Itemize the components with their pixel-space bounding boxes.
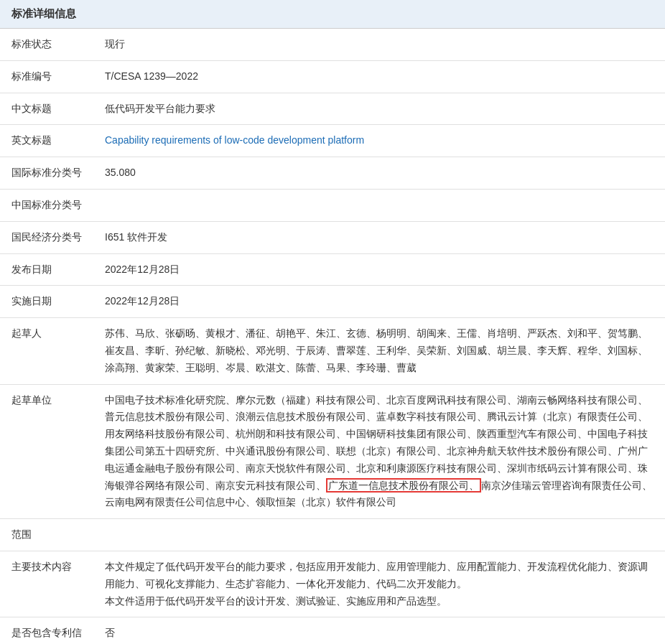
draft-orgs-highlight: 广东道一信息技术股份有限公司、 xyxy=(326,478,481,493)
row-patent: 是否包含专利信息 否 xyxy=(0,617,665,644)
row-ics: 国际标准分类号 35.080 xyxy=(0,157,665,190)
row-cn-title: 中文标题 低代码开发平台能力要求 xyxy=(0,93,665,125)
label-cn-title: 中文标题 xyxy=(0,93,93,125)
value-draft-orgs: 中国电子技术标准化研究院、摩尔元数（福建）科技有限公司、北京百度网讯科技有限公司… xyxy=(93,384,665,519)
tech-content-line1: 本文件规定了低代码开发平台的能力要求，包括应用开发能力、应用管理能力、应用配置能… xyxy=(105,559,654,593)
value-en-title: Capability requirements of low-code deve… xyxy=(93,125,665,157)
row-number: 标准编号 T/CESA 1239—2022 xyxy=(0,60,665,93)
value-cn-title: 低代码开发平台能力要求 xyxy=(93,93,665,125)
value-scope xyxy=(93,519,665,551)
row-publish-date: 发布日期 2022年12月28日 xyxy=(0,253,665,286)
row-drafters: 起草人 苏伟、马欣、张砺旸、黄根才、潘征、胡艳平、朱江、玄德、杨明明、胡闽来、王… xyxy=(0,318,665,384)
value-cn-class xyxy=(93,189,665,221)
label-publish-date: 发布日期 xyxy=(0,253,93,286)
label-cn-class: 中国标准分类号 xyxy=(0,189,93,221)
label-tech-content: 主要技术内容 xyxy=(0,551,93,617)
value-number: T/CESA 1239—2022 xyxy=(93,60,665,93)
label-impl-date: 实施日期 xyxy=(0,286,93,318)
value-patent: 否 xyxy=(93,617,665,644)
tech-content-line2: 本文件适用于低代码开发平台的设计开发、测试验证、实施应用和产品选型。 xyxy=(105,593,654,610)
en-title-link[interactable]: Capability requirements of low-code deve… xyxy=(105,134,364,146)
value-drafters: 苏伟、马欣、张砺旸、黄根才、潘征、胡艳平、朱江、玄德、杨明明、胡闽来、王儒、肖培… xyxy=(93,318,665,384)
label-patent: 是否包含专利信息 xyxy=(0,617,93,644)
value-ics: 35.080 xyxy=(93,157,665,190)
label-economy-class: 国民经济分类号 xyxy=(0,221,93,253)
label-drafters: 起草人 xyxy=(0,318,93,384)
label-status: 标准状态 xyxy=(0,29,93,60)
row-cn-class: 中国标准分类号 xyxy=(0,189,665,221)
row-tech-content: 主要技术内容 本文件规定了低代码开发平台的能力要求，包括应用开发能力、应用管理能… xyxy=(0,551,665,617)
page-container: 标准详细信息 标准状态 现行 标准编号 T/CESA 1239—2022 中文标… xyxy=(0,0,665,644)
value-tech-content: 本文件规定了低代码开发平台的能力要求，包括应用开发能力、应用管理能力、应用配置能… xyxy=(93,551,665,617)
label-number: 标准编号 xyxy=(0,60,93,93)
row-draft-orgs: 起草单位 中国电子技术标准化研究院、摩尔元数（福建）科技有限公司、北京百度网讯科… xyxy=(0,384,665,519)
draft-orgs-before: 中国电子技术标准化研究院、摩尔元数（福建）科技有限公司、北京百度网讯科技有限公司… xyxy=(105,394,648,491)
row-scope: 范围 xyxy=(0,519,665,551)
value-publish-date: 2022年12月28日 xyxy=(93,253,665,286)
row-status: 标准状态 现行 xyxy=(0,29,665,60)
label-scope: 范围 xyxy=(0,519,93,551)
label-ics: 国际标准分类号 xyxy=(0,157,93,190)
value-status: 现行 xyxy=(93,29,665,60)
value-impl-date: 2022年12月28日 xyxy=(93,286,665,318)
row-impl-date: 实施日期 2022年12月28日 xyxy=(0,286,665,318)
label-en-title: 英文标题 xyxy=(0,125,93,157)
section-header: 标准详细信息 xyxy=(0,0,665,29)
row-en-title: 英文标题 Capability requirements of low-code… xyxy=(0,125,665,157)
label-draft-orgs: 起草单位 xyxy=(0,384,93,519)
row-economy-class: 国民经济分类号 I651 软件开发 xyxy=(0,221,665,253)
detail-table: 标准状态 现行 标准编号 T/CESA 1239—2022 中文标题 低代码开发… xyxy=(0,29,665,644)
value-economy-class: I651 软件开发 xyxy=(93,221,665,253)
